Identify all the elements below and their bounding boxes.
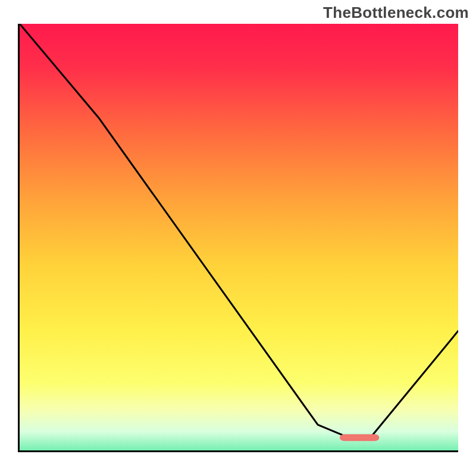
chart-container: TheBottleneck.com <box>0 0 476 476</box>
gradient-background <box>20 24 458 452</box>
watermark-label: TheBottleneck.com <box>323 4 469 22</box>
svg-rect-0 <box>20 24 458 452</box>
plot-area <box>18 24 458 452</box>
